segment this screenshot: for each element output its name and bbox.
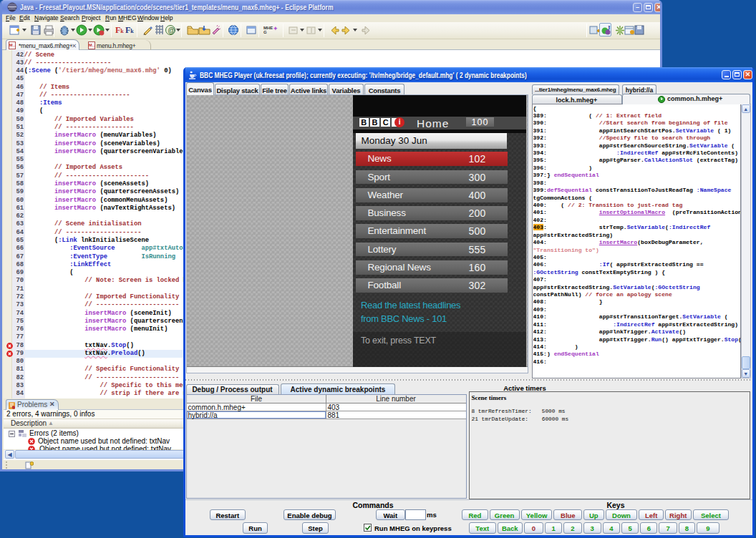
svg-text:@: @ xyxy=(168,26,175,34)
svg-text:J: J xyxy=(607,24,611,31)
svg-text:M…: M… xyxy=(9,43,16,47)
svg-text:M…: M… xyxy=(89,43,95,47)
